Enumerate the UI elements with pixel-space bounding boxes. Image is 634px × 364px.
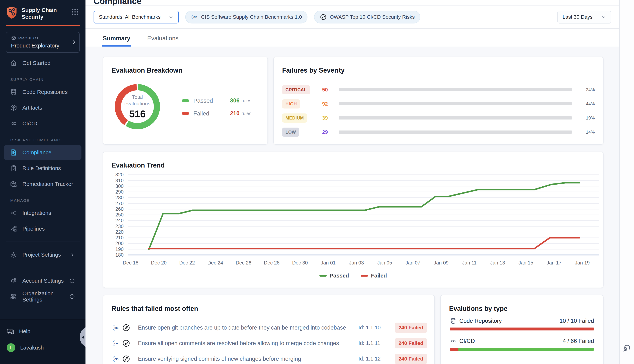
sidebar-divider xyxy=(6,268,80,268)
project-selector[interactable]: PROJECT Product Exploratory xyxy=(6,32,80,53)
page-title: Compliance xyxy=(94,0,619,6)
severity-badge: HIGH xyxy=(282,99,300,108)
svg-text:Dec 26: Dec 26 xyxy=(236,260,251,266)
type-row-cicd: CI/CD 4 / 66 Failed xyxy=(450,338,594,350)
rule-row[interactable]: CIS Ensure all open comments are resolve… xyxy=(112,336,427,351)
date-range-dropdown[interactable]: Last 30 Days xyxy=(557,11,611,24)
avatar: L xyxy=(7,343,16,352)
severity-row-high: HIGH 92 44% xyxy=(282,97,595,111)
svg-text:190: 190 xyxy=(115,246,124,252)
sidebar-item-label: Get Started xyxy=(22,60,51,66)
infinity-icon xyxy=(10,120,17,127)
svg-text:270: 270 xyxy=(115,201,124,206)
app-name: Supply Chain Security xyxy=(22,6,57,20)
type-label: Code Repository xyxy=(459,318,502,324)
artifact-box-icon xyxy=(10,104,17,112)
trend-legend: Passed Failed xyxy=(103,272,603,279)
sidebar-item-label: Account Settings xyxy=(22,278,64,284)
type-result-bar xyxy=(450,348,594,350)
legend-row-failed: Failed 210 rules xyxy=(182,109,259,118)
tab-bar: Summary Evaluations xyxy=(86,28,619,46)
svg-text:280: 280 xyxy=(115,195,124,200)
chat-support-icon[interactable] xyxy=(622,343,632,353)
evaluation-donut-chart: Total evaluations 516 xyxy=(115,84,160,130)
severity-percent: 24% xyxy=(580,87,595,92)
type-label: CI/CD xyxy=(459,338,475,344)
sidebar-item-label: Rule Definitions xyxy=(22,165,61,171)
sidebar-item-cicd[interactable]: CI/CD xyxy=(4,116,82,131)
rule-row[interactable]: CIS Ensure verifying signed commits of n… xyxy=(112,351,427,364)
svg-text:310: 310 xyxy=(115,178,124,183)
svg-text:300: 300 xyxy=(115,184,124,189)
standards-filter-label: Standards: All Benchmarks xyxy=(99,14,161,20)
sidebar-item-account-settings[interactable]: Account Settings xyxy=(4,274,82,288)
sidebar-item-artifacts[interactable]: Artifacts xyxy=(4,100,82,115)
info-icon[interactable] xyxy=(69,278,75,284)
owasp-logo-icon xyxy=(122,339,131,348)
sidebar-item-integrations[interactable]: Integrations xyxy=(4,206,82,220)
help-button[interactable]: ? Help xyxy=(7,328,79,335)
svg-text:Jan 15: Jan 15 xyxy=(518,260,533,266)
sidebar-item-label: Pipelines xyxy=(22,226,45,232)
svg-text:CIS: CIS xyxy=(115,326,119,329)
tab-evaluations[interactable]: Evaluations xyxy=(147,35,178,46)
severity-percent: 14% xyxy=(580,130,595,135)
sidebar-item-label: Integrations xyxy=(22,210,51,216)
trend-x-axis-labels: Dec 18Dec 20Dec 22Dec 24Dec 26Dec 28Dec … xyxy=(123,260,590,266)
info-icon[interactable] xyxy=(69,294,75,299)
cis-benchmark-chip[interactable]: CIS CIS Software Supply Chain Benchmarks… xyxy=(185,11,307,24)
svg-text:Dec 28: Dec 28 xyxy=(264,260,279,266)
sidebar-item-label: Organization Settings xyxy=(22,290,64,303)
app-logo-row: Supply Chain Security xyxy=(0,0,86,20)
evaluation-trend-card: Evaluation Trend 18019020021022023024025… xyxy=(103,152,603,288)
repository-icon xyxy=(450,318,456,324)
page-header: Compliance Standards: All Benchmarks CIS xyxy=(86,0,619,46)
card-title: Rules that failed most often xyxy=(103,295,434,312)
card-title: Evalutions by type xyxy=(441,295,603,312)
legend-row-passed: Passed 306 rules xyxy=(182,96,259,105)
failed-swatch xyxy=(182,112,189,115)
owasp-chip-label: OWASP Top 10 CI/CD Security Risks xyxy=(330,14,415,20)
sidebar-item-project-settings[interactable]: Project Settings xyxy=(4,248,82,262)
rule-row[interactable]: CIS Ensure open git branches are up to d… xyxy=(112,320,427,336)
app-logo-shield-icon xyxy=(6,6,18,19)
donut-total-value: 516 xyxy=(129,108,146,120)
owasp-logo-icon xyxy=(122,354,131,363)
tab-summary[interactable]: Summary xyxy=(103,35,130,46)
sidebar-item-rule-definitions[interactable]: Rule Definitions xyxy=(4,161,82,176)
standards-filter-dropdown[interactable]: Standards: All Benchmarks xyxy=(94,11,179,24)
home-icon xyxy=(10,60,17,67)
user-menu[interactable]: L Lavakush xyxy=(7,343,79,352)
severity-badge: CRITICAL xyxy=(282,85,310,94)
type-status: 10 / 10 Failed xyxy=(559,318,594,324)
sidebar-item-organization-settings[interactable]: Organization Settings xyxy=(4,289,82,304)
svg-text:Jan 09: Jan 09 xyxy=(434,260,449,266)
owasp-chip[interactable]: OWASP Top 10 CI/CD Security Risks xyxy=(314,11,420,24)
svg-text:200: 200 xyxy=(115,241,124,246)
sidebar-item-code-repositories[interactable]: Code Repositories xyxy=(4,85,82,99)
app-switcher-grid-icon[interactable] xyxy=(71,8,79,16)
sidebar-item-get-started[interactable]: Get Started xyxy=(4,56,82,70)
severity-row-critical: CRITICAL 50 24% xyxy=(282,83,595,97)
rule-text: Ensure open git branches are up to date … xyxy=(138,324,359,331)
evaluation-trend-chart: 1801902002102202302402502602702802903003… xyxy=(103,152,603,288)
clipboard-check-icon xyxy=(10,164,17,172)
sidebar-item-pipelines[interactable]: Pipelines xyxy=(4,222,82,236)
legend-unit: rules xyxy=(241,111,251,116)
sidebar-item-label: Compliance xyxy=(22,150,51,156)
donut-center-label: Total evaluations xyxy=(122,94,153,107)
help-label: Help xyxy=(19,328,31,334)
svg-text:Jan 19: Jan 19 xyxy=(575,260,590,266)
project-name: Product Exploratory xyxy=(11,42,59,49)
sidebar-item-label: Project Settings xyxy=(22,252,61,258)
project-label: PROJECT xyxy=(18,36,39,40)
cis-logo-icon: CIS xyxy=(112,354,120,363)
sidebar: Supply Chain Security PROJECT Product Ex… xyxy=(0,0,86,364)
svg-text:Jan 05: Jan 05 xyxy=(377,260,392,266)
sidebar-item-remediation-tracker[interactable]: Remediation Tracker xyxy=(4,177,82,191)
sidebar-item-compliance[interactable]: Compliance xyxy=(4,145,82,160)
cis-logo-icon: CIS xyxy=(112,323,120,332)
svg-text:210: 210 xyxy=(115,235,124,240)
trend-legend-passed: Passed xyxy=(320,272,349,279)
compliance-document-icon xyxy=(10,149,17,156)
